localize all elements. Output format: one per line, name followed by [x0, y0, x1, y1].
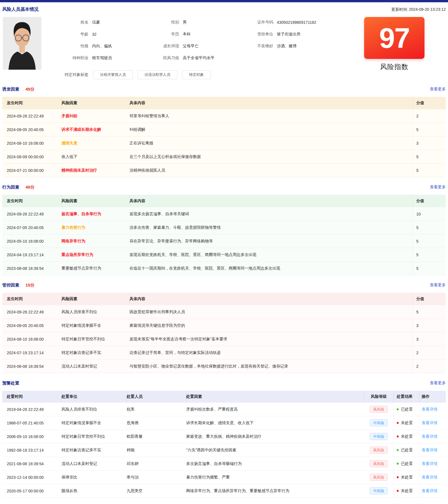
row-factor: 重点场所异常行为: [61, 248, 129, 261]
trigger-factor-table: 发生时间 风险因素 具体内容 分值 2024-09-28 22:22:49 矛盾…: [2, 97, 446, 177]
field-label: 特种职业: [41, 55, 88, 61]
status-text: 已处置: [401, 448, 413, 453]
row-factor: 暴力伤害行为频繁、严重: [186, 471, 364, 484]
row-detail: 正在诉讼离婚: [129, 136, 412, 150]
row-time: 2019-04-28 22:22:49: [2, 403, 61, 416]
field-label: 学历: [126, 32, 179, 37]
field-label: 管控单位: [220, 32, 273, 37]
view-detail-link[interactable]: 查看详情: [422, 407, 438, 412]
view-more-link[interactable]: 查看更多: [430, 87, 446, 92]
view-detail-link[interactable]: 查看详情: [422, 461, 438, 466]
view-detail-link[interactable]: 查看详情: [422, 488, 438, 494]
status-dot-icon: [397, 449, 399, 451]
field-value: 涉酒、赌博: [277, 44, 297, 49]
table-row: 2024-07-21 00:00:00 精神疾病未及时治疗 涉精神疾病就医人员 …: [2, 164, 446, 177]
col-header-detail: 具体内容: [129, 293, 412, 305]
factor-name: 特定对象访查记录不实: [61, 350, 101, 355]
row-person: 杭美: [127, 403, 186, 416]
disposal-status: 未处置: [397, 475, 413, 480]
row-time: 2024-04-19 23:17:14: [2, 248, 61, 261]
special-object-tags: 特定对象标签 涉相关警情人员涉违法犯罪人员特定对象: [2, 70, 446, 79]
section-header-behavior: 行为因素 40分 查看更多: [2, 184, 446, 190]
row-person: 九思美空: [127, 484, 186, 497]
profile-field: 姓名 伍豪: [41, 16, 126, 28]
field-label: 性别: [126, 20, 179, 25]
row-level: 中风险: [364, 416, 393, 430]
row-score: 3: [412, 136, 446, 150]
col-header-factor: 风险因素: [61, 195, 129, 207]
section-title: 管控因素: [2, 283, 19, 288]
col-header-score: 分值: [412, 195, 446, 207]
field-value: 本科: [183, 32, 191, 37]
risk-level-badge: 中风险: [370, 433, 388, 440]
section-title: 预警处置: [2, 381, 19, 386]
row-factor: 多次扬言滋事、自杀等极端行为: [186, 457, 364, 470]
row-result: 未处置: [393, 416, 419, 430]
control-factor-table: 发生时间 风险因素 具体内容 分值 2024-09-28 22:22:49 风险…: [2, 293, 446, 373]
view-more-link[interactable]: 查看更多: [430, 381, 446, 386]
row-detail: 涉精神疾病就医人员: [129, 164, 412, 177]
page-title: 风险人员基本情况: [2, 7, 39, 12]
person-portrait-image: [3, 17, 41, 70]
factor-name: 重要敏感节点异常行为: [61, 266, 101, 271]
top-accent-bar: [0, 0, 448, 2]
row-score: 5: [412, 248, 446, 261]
view-more-link[interactable]: 查看更多: [430, 283, 446, 288]
row-factor: 诉求长期未化解、感情失意、收入低下: [186, 416, 364, 430]
section-header-trigger: 诱发因素 45分 查看更多: [2, 86, 446, 92]
row-detail: 存在异常言论、异常搜索行为、异常网络购物等: [129, 234, 412, 248]
row-result: 已处置: [393, 403, 419, 416]
row-factor: 家庭变故、重大疾病、精神疾病未及时治疗: [186, 430, 364, 443]
factor-name: 特定对象日常管控不到位: [61, 337, 105, 342]
table-row: 2024-07-05 20:40:05 暴力伤害行为 涉多次伤害、家庭暴力、斗殴…: [2, 221, 446, 234]
row-factor: 暴力伤害行为: [61, 221, 129, 234]
factor-name: 网络异常行为: [61, 239, 85, 244]
row-score: 5: [412, 123, 446, 136]
profile-field: 性格 内向、偏执: [41, 40, 126, 52]
row-score: 10: [412, 207, 446, 221]
row-factor: 网络异常行为: [61, 234, 129, 248]
row-factor: 特定对象情况掌握不全: [61, 319, 129, 332]
table-header: 发生时间 风险因素 具体内容 分值: [2, 293, 446, 305]
col-header-factor: 风险因素: [61, 97, 129, 109]
field-value: 高于全省平均水平: [183, 55, 215, 61]
field-label: 成长环境: [126, 44, 179, 49]
col-header-time: 发生时间: [2, 97, 61, 109]
row-action: 查看详情: [419, 403, 446, 416]
view-detail-link[interactable]: 查看详情: [422, 420, 438, 426]
row-action: 查看详情: [419, 416, 446, 430]
field-value: 男: [183, 20, 187, 25]
row-time: 2023-12-14 00:00:00: [2, 471, 61, 484]
row-action: 查看详情: [419, 443, 446, 457]
row-detail: 纠纷调解: [129, 123, 412, 136]
status-text: 未处置: [401, 488, 413, 494]
risk-score-label: 风险指数: [364, 62, 424, 71]
view-detail-link[interactable]: 查看详情: [422, 448, 438, 453]
col-header-level: 风险等级: [364, 391, 393, 403]
field-label: 证件号码: [220, 20, 273, 25]
row-action: 查看详情: [419, 484, 446, 497]
col-header-factor: 风险因素: [61, 293, 129, 305]
field-value: 校车驾驶员: [92, 55, 112, 61]
view-detail-link[interactable]: 查看详情: [422, 475, 438, 480]
table-row: 2024-09-28 22:22:49 扬言滋事、自杀等行为 发现多次扬言滋事、…: [2, 207, 446, 221]
col-header-time: 发生时间: [2, 195, 61, 207]
row-time: 2024-09-05 20:40:05: [2, 319, 61, 332]
row-factor: 收入低下: [61, 150, 129, 163]
row-factor: 精神疾病未及时治疗: [61, 164, 129, 177]
field-value: 32: [92, 32, 97, 37]
status-dot-icon: [397, 422, 399, 424]
alert-disposal-table: 处置时间 处置单位 处置人员 处置因素 风险等级 处置结果 操作 2019-04…: [2, 391, 446, 498]
col-header-person: 处置人员: [127, 391, 186, 403]
section-score: 45分: [26, 87, 35, 92]
row-result: 已处置: [393, 457, 419, 470]
row-time: 2024-09-28 22:22:49: [2, 109, 61, 123]
disposal-status: 未处置: [397, 420, 413, 426]
row-time: 2024-07-19 23:17:14: [2, 346, 61, 359]
row-time: 2024-09-28 22:22:49: [2, 305, 61, 319]
row-detail: 在临近十一国庆期间，在党政机关、学校、医院、景区、商圈等同一地点周边多次出现: [129, 262, 412, 275]
status-text: 已处置: [401, 461, 413, 466]
row-level: 中风险: [364, 430, 393, 443]
view-more-link[interactable]: 查看更多: [430, 185, 446, 190]
view-detail-link[interactable]: 查看详情: [422, 434, 438, 439]
